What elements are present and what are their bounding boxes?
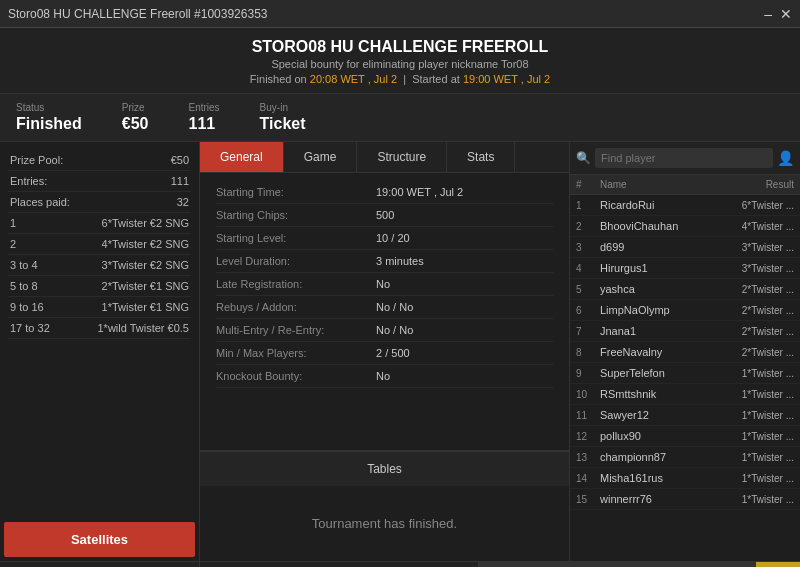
prize-amount: 3*Twister €2 SNG bbox=[102, 259, 189, 271]
player-list: 1RicardoRui6*Twister ...2BhooviChauhan4*… bbox=[570, 195, 800, 561]
entries-row-value: 111 bbox=[171, 175, 189, 187]
list-item: Starting Level:10 / 20 bbox=[216, 227, 553, 250]
info-label: Late Registration: bbox=[216, 278, 376, 290]
tournament-time: Finished on 20:08 WET , Jul 2 | Started … bbox=[0, 73, 800, 85]
player-rank: 14 bbox=[576, 473, 600, 484]
list-item: Level Duration:3 minutes bbox=[216, 250, 553, 273]
player-result: 1*Twister ... bbox=[714, 452, 794, 463]
info-label: Multi-Entry / Re-Entry: bbox=[216, 324, 376, 336]
star-button[interactable]: ★ bbox=[756, 562, 800, 567]
tab-structure[interactable]: Structure bbox=[357, 142, 447, 172]
player-result: 2*Twister ... bbox=[714, 347, 794, 358]
prize-table: Prize Pool: €50 Entries: 111 Places paid… bbox=[0, 142, 199, 518]
entries-value: 111 bbox=[188, 115, 219, 133]
table-row[interactable]: 3d6993*Twister ... bbox=[570, 237, 800, 258]
list-item: Multi-Entry / Re-Entry:No / No bbox=[216, 319, 553, 342]
table-row[interactable]: 2BhooviChauhan4*Twister ... bbox=[570, 216, 800, 237]
list-item: Knockout Bounty:No bbox=[216, 365, 553, 388]
player-rank: 8 bbox=[576, 347, 600, 358]
table-row[interactable]: 14Misha161rus1*Twister ... bbox=[570, 468, 800, 489]
prize-amount: 4*Twister €2 SNG bbox=[102, 238, 189, 250]
tables-btn-bar: Tables bbox=[200, 451, 569, 486]
table-row[interactable]: 8FreeNavalny2*Twister ... bbox=[570, 342, 800, 363]
table-row[interactable]: 7Jnana12*Twister ... bbox=[570, 321, 800, 342]
search-bar: 🔍 👤 bbox=[570, 142, 800, 175]
prize-value: €50 bbox=[122, 115, 149, 133]
list-item: Starting Time:19:00 WET , Jul 2 bbox=[216, 181, 553, 204]
list-item: Rebuys / Addon:No / No bbox=[216, 296, 553, 319]
tab-bar: General Game Structure Stats bbox=[200, 142, 569, 173]
search-input[interactable] bbox=[595, 148, 773, 168]
middle-panel: General Game Structure Stats Starting Ti… bbox=[200, 142, 570, 561]
player-name: Hirurgus1 bbox=[600, 262, 714, 274]
places-paid-label: Places paid: bbox=[10, 196, 70, 208]
table-row[interactable]: 6LimpNaOlymp2*Twister ... bbox=[570, 300, 800, 321]
info-value: No bbox=[376, 370, 390, 382]
player-rank: 1 bbox=[576, 200, 600, 211]
entries-label: Entries bbox=[188, 102, 219, 113]
player-name: RSmttshnik bbox=[600, 388, 714, 400]
list-item: Starting Chips:500 bbox=[216, 204, 553, 227]
table-row[interactable]: 4Hirurgus13*Twister ... bbox=[570, 258, 800, 279]
minimize-button[interactable]: – bbox=[764, 6, 772, 22]
table-row[interactable]: 1RicardoRui6*Twister ... bbox=[570, 195, 800, 216]
player-table-header: # Name Result bbox=[570, 175, 800, 195]
prize-stat: Prize €50 bbox=[122, 102, 149, 133]
prize-pool-row: Prize Pool: €50 bbox=[8, 150, 191, 171]
prize-place: 5 to 8 bbox=[10, 280, 38, 292]
tournament-header: STORO08 HU CHALLENGE FREEROLL Special bo… bbox=[0, 28, 800, 94]
player-result: 2*Twister ... bbox=[714, 284, 794, 295]
info-label: Starting Level: bbox=[216, 232, 376, 244]
player-rank: 10 bbox=[576, 389, 600, 400]
main-content: Prize Pool: €50 Entries: 111 Places paid… bbox=[0, 142, 800, 561]
tab-stats[interactable]: Stats bbox=[447, 142, 515, 172]
list-item: 24*Twister €2 SNG bbox=[8, 234, 191, 255]
table-row[interactable]: 5yashca2*Twister ... bbox=[570, 279, 800, 300]
info-label: Starting Time: bbox=[216, 186, 376, 198]
player-result: 1*Twister ... bbox=[714, 473, 794, 484]
prize-amount: 1*wild Twister €0.5 bbox=[97, 322, 189, 334]
info-value: 19:00 WET , Jul 2 bbox=[376, 186, 463, 198]
player-name: Misha161rus bbox=[600, 472, 714, 484]
player-result: 2*Twister ... bbox=[714, 305, 794, 316]
player-result: 6*Twister ... bbox=[714, 200, 794, 211]
prize-amount: 1*Twister €1 SNG bbox=[102, 301, 189, 313]
player-name: yashca bbox=[600, 283, 714, 295]
entries-stat: Entries 111 bbox=[188, 102, 219, 133]
full-bottom-bar: Main Lobby ★ bbox=[0, 561, 800, 567]
player-result: 3*Twister ... bbox=[714, 242, 794, 253]
window-controls: – ✕ bbox=[764, 6, 792, 22]
prize-rows: 16*Twister €2 SNG24*Twister €2 SNG3 to 4… bbox=[8, 213, 191, 339]
player-result: 4*Twister ... bbox=[714, 221, 794, 232]
table-row[interactable]: 12pollux901*Twister ... bbox=[570, 426, 800, 447]
player-rank: 15 bbox=[576, 494, 600, 505]
satellites-button[interactable]: Satellites bbox=[4, 522, 195, 557]
table-row[interactable]: 13championn871*Twister ... bbox=[570, 447, 800, 468]
table-row[interactable]: 10RSmttshnik1*Twister ... bbox=[570, 384, 800, 405]
buyin-label: Buy-in bbox=[260, 102, 306, 113]
prize-label: Prize bbox=[122, 102, 149, 113]
col-header-name: Name bbox=[600, 179, 714, 190]
places-paid-row: Places paid: 32 bbox=[8, 192, 191, 213]
tables-button[interactable]: Tables bbox=[200, 452, 569, 486]
finished-on-label: Finished on bbox=[250, 73, 307, 85]
tab-general[interactable]: General bbox=[200, 142, 284, 172]
table-row[interactable]: 15winnerrr761*Twister ... bbox=[570, 489, 800, 510]
table-row[interactable]: 9SuperTelefon1*Twister ... bbox=[570, 363, 800, 384]
list-item: Late Registration:No bbox=[216, 273, 553, 296]
close-button[interactable]: ✕ bbox=[780, 6, 792, 22]
prize-place: 9 to 16 bbox=[10, 301, 44, 313]
add-player-icon[interactable]: 👤 bbox=[777, 150, 794, 166]
info-value: 3 minutes bbox=[376, 255, 424, 267]
main-lobby-button[interactable]: Main Lobby bbox=[479, 562, 757, 567]
list-item: 3 to 43*Twister €2 SNG bbox=[8, 255, 191, 276]
general-info: Starting Time:19:00 WET , Jul 2Starting … bbox=[200, 173, 569, 450]
info-label: Min / Max Players: bbox=[216, 347, 376, 359]
table-row[interactable]: 11Sawyer121*Twister ... bbox=[570, 405, 800, 426]
bottom-middle-spacer bbox=[200, 562, 479, 567]
finished-time: 20:08 WET , Jul 2 bbox=[310, 73, 397, 85]
info-label: Level Duration: bbox=[216, 255, 376, 267]
tables-section: Tables Tournament has finished. bbox=[200, 450, 569, 561]
col-header-result: Result bbox=[714, 179, 794, 190]
tab-game[interactable]: Game bbox=[284, 142, 358, 172]
